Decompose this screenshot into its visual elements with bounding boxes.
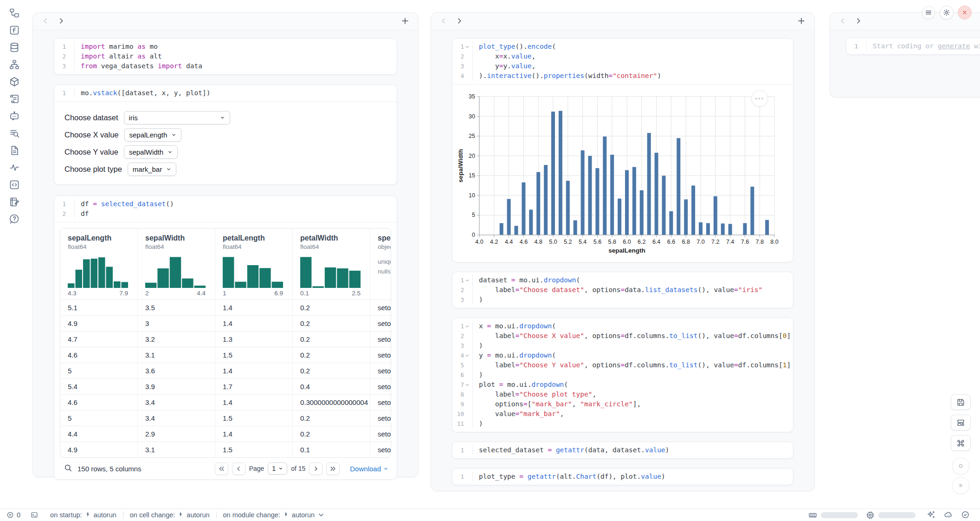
fold-chevron-icon[interactable] bbox=[464, 352, 470, 358]
snippets-icon[interactable] bbox=[9, 179, 20, 190]
svg-text:6.2: 6.2 bbox=[638, 239, 645, 245]
divider bbox=[123, 512, 123, 519]
code-editor-placeholder[interactable]: 1Start coding or generate with bbox=[846, 38, 980, 54]
empty-code-cell: 1Start coding or generate with bbox=[846, 38, 980, 55]
logs-icon[interactable] bbox=[9, 93, 20, 104]
save-icon[interactable] bbox=[951, 394, 971, 410]
prev-page-button[interactable] bbox=[232, 462, 245, 475]
on-cell-change-toggle[interactable]: on cell change: autorun bbox=[130, 511, 210, 519]
run-play-icon[interactable] bbox=[952, 477, 969, 494]
code-editor[interactable]: 1plot_type = getattr(alt.Chart(df), plot… bbox=[452, 469, 793, 485]
tracing-icon[interactable] bbox=[9, 162, 20, 173]
fold-chevron-icon[interactable] bbox=[464, 277, 470, 283]
dependency-graph-icon[interactable] bbox=[9, 59, 20, 70]
next-page-button[interactable] bbox=[309, 462, 322, 475]
dropdown-select-choose-y-value[interactable]: sepalWidth bbox=[124, 145, 178, 159]
code-editor[interactable]: 1df = selected_dataset()2df bbox=[54, 196, 397, 222]
column-header-speci[interactable]: speciobjecuniqunulls: bbox=[370, 228, 391, 300]
last-page-button[interactable] bbox=[326, 462, 340, 475]
on-startup-toggle[interactable]: on startup: autorun bbox=[50, 511, 116, 519]
table-cell: 1.4 bbox=[215, 300, 292, 315]
prev-column-button[interactable] bbox=[41, 17, 50, 26]
column-header-petalLength[interactable]: petalLengthfloat6416.9 bbox=[215, 228, 292, 300]
add-cell-icon[interactable] bbox=[400, 17, 410, 26]
chevron-down-icon bbox=[317, 511, 325, 519]
svg-text:30: 30 bbox=[469, 113, 475, 120]
code-editor[interactable]: 1dataset = mo.ui.dropdown(2 label="Choos… bbox=[452, 272, 793, 308]
column-header-petalWidth[interactable]: petalWidthfloat640.12.5 bbox=[292, 228, 370, 300]
stop-icon[interactable] bbox=[952, 457, 969, 475]
prev-column-button[interactable] bbox=[838, 17, 847, 26]
code-line: 1import marimo as mo bbox=[54, 42, 397, 52]
packages-icon[interactable] bbox=[9, 76, 20, 87]
terminal-icon[interactable] bbox=[31, 511, 38, 519]
code-editor[interactable]: 1mo.vstack([dataset, x, y, plot]) bbox=[54, 85, 397, 101]
code-cell-dataset-dropdown: 1dataset = mo.ui.dropdown(2 label="Choos… bbox=[452, 272, 793, 308]
notebook-menu-icon[interactable] bbox=[922, 6, 935, 19]
file-tree-icon[interactable] bbox=[9, 7, 20, 19]
fold-chevron-icon[interactable] bbox=[464, 323, 470, 329]
first-page-button[interactable] bbox=[215, 462, 228, 475]
table-cell: 1.3 bbox=[215, 332, 292, 347]
code-editor[interactable]: 1plot_type().encode(2 x=x.value,3 y=y.va… bbox=[452, 39, 793, 84]
add-cell-icon[interactable] bbox=[797, 17, 806, 26]
next-column-button[interactable] bbox=[854, 17, 863, 26]
column-header-sepalLength[interactable]: sepalLengthfloat644.37.9 bbox=[60, 228, 137, 300]
code-line: 2import altair as alt bbox=[54, 52, 397, 61]
download-button[interactable]: Download bbox=[350, 465, 388, 473]
cloud-status-icon[interactable] bbox=[943, 510, 953, 520]
layout-icon[interactable] bbox=[951, 415, 971, 430]
scratchpad-icon[interactable] bbox=[9, 196, 20, 208]
errors-indicator[interactable]: 0 bbox=[6, 511, 20, 519]
help-icon[interactable] bbox=[9, 214, 20, 225]
chevron-down-icon bbox=[166, 167, 171, 172]
code-editor[interactable]: 1import marimo as mo2import altair as al… bbox=[54, 39, 397, 74]
connection-check-icon[interactable] bbox=[961, 510, 970, 520]
divider bbox=[216, 512, 217, 519]
svg-text:5.0: 5.0 bbox=[549, 239, 557, 245]
dropdown-select-choose-dataset[interactable]: iris bbox=[124, 111, 230, 124]
code-line: 4y = mo.ui.dropdown( bbox=[452, 351, 793, 360]
table-cell: 3.1 bbox=[137, 442, 215, 457]
code-cell-dataframe: 1df = selected_dataset()2df sepalLengthf… bbox=[54, 195, 397, 480]
page-select[interactable]: 1 bbox=[268, 462, 287, 475]
close-icon[interactable] bbox=[958, 6, 972, 20]
ai-sparkles-icon[interactable] bbox=[926, 510, 935, 520]
variables-icon[interactable] bbox=[9, 25, 20, 36]
keyboard-shortcuts-icon[interactable] bbox=[951, 435, 971, 451]
table-footer: 150 rows, 5 columns Page 1 of 15 Downloa… bbox=[60, 458, 391, 479]
table-cell: 1.5 bbox=[215, 410, 292, 426]
table-cell: 0.1 bbox=[292, 442, 370, 457]
next-column-button[interactable] bbox=[57, 17, 65, 26]
prev-column-button[interactable] bbox=[439, 17, 448, 26]
chart-output: 4.04.24.44.64.85.05.25.45.65.86.06.26.46… bbox=[452, 84, 793, 262]
chart-menu-icon[interactable]: ••• bbox=[751, 90, 768, 107]
table-cell: 4.9 bbox=[60, 442, 137, 457]
table-header: sepalLengthfloat644.37.9sepalWidthfloat6… bbox=[60, 228, 391, 300]
search-logs-icon[interactable] bbox=[9, 128, 20, 139]
ai-chat-icon[interactable] bbox=[9, 111, 20, 122]
table-row: 53.61.40.2setos bbox=[60, 363, 391, 378]
search-icon[interactable] bbox=[63, 463, 73, 474]
dropdown-select-choose-plot-type[interactable]: mark_bar bbox=[128, 163, 176, 176]
table-cell: 0.2 bbox=[292, 316, 370, 331]
svg-text:4.6: 4.6 bbox=[520, 239, 528, 245]
column-header-sepalWidth[interactable]: sepalWidthfloat6424.4 bbox=[137, 228, 215, 300]
next-column-button[interactable] bbox=[455, 17, 464, 26]
fold-chevron-icon[interactable] bbox=[464, 382, 470, 388]
dropdown-select-choose-x-value[interactable]: sepalLength bbox=[124, 128, 182, 142]
documentation-icon[interactable] bbox=[9, 145, 20, 156]
column-histogram bbox=[68, 254, 128, 288]
code-editor[interactable]: 1x = mo.ui.dropdown(2 label="Choose X va… bbox=[452, 318, 793, 432]
column-right-header bbox=[830, 13, 980, 30]
data-sources-icon[interactable] bbox=[9, 42, 20, 53]
svg-text:0: 0 bbox=[472, 232, 475, 238]
code-line: 2df bbox=[54, 209, 397, 219]
fold-chevron-icon[interactable] bbox=[464, 44, 470, 50]
on-module-change-toggle[interactable]: on module change: autorun bbox=[223, 511, 325, 519]
settings-gear-icon[interactable] bbox=[940, 6, 954, 20]
code-editor[interactable]: 1selected_dataset = getattr(data, datase… bbox=[452, 442, 793, 458]
code-line: 2 label="Choose dataset", options=data.l… bbox=[452, 285, 793, 295]
chevron-down-icon bbox=[168, 150, 173, 155]
row-count-summary: 150 rows, 5 columns bbox=[77, 465, 142, 473]
